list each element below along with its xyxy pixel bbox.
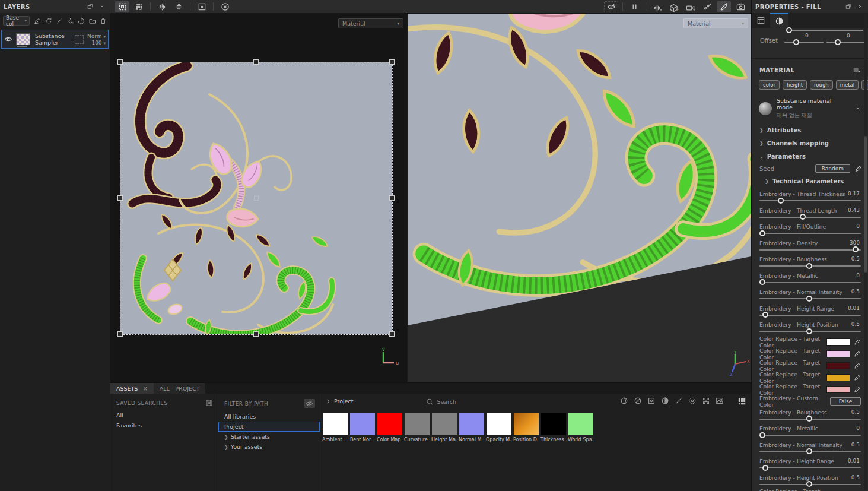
param-slider[interactable] (759, 331, 861, 332)
tab-all-project[interactable]: ALL - PROJECT (154, 383, 206, 394)
blend-mode-select[interactable]: Base col ▾ (3, 16, 30, 26)
material-dropdown-3d[interactable]: Material ▾ (683, 18, 748, 28)
filter-path-item[interactable]: Project (218, 422, 320, 432)
vector-pen-icon[interactable] (34, 17, 41, 26)
color-swatch[interactable] (826, 386, 850, 393)
param-slider[interactable] (759, 419, 861, 420)
breadcrumb[interactable]: Project (325, 398, 354, 404)
filter-path-item[interactable]: ❯Your assets (218, 442, 320, 452)
reset-view-button[interactable] (218, 1, 232, 12)
visibility-eye-icon[interactable] (4, 35, 12, 43)
toggle-button[interactable]: False (830, 397, 861, 406)
asset-tile[interactable]: Opacity M... (486, 413, 512, 442)
material-sphere-filter-icon[interactable] (620, 397, 628, 405)
shape-tool-icon[interactable] (78, 17, 85, 26)
offset-y-slider[interactable] (826, 42, 864, 43)
slider-knob[interactable] (759, 230, 765, 236)
tab-assets[interactable]: ASSETS × (110, 383, 154, 394)
eyedropper-icon[interactable] (854, 362, 861, 369)
param-slider[interactable] (759, 467, 861, 468)
asset-tile[interactable]: Height Ma... (431, 413, 457, 442)
layer-blend-mode[interactable]: Norm ▾ (87, 33, 106, 39)
param-slider[interactable] (759, 451, 861, 452)
asset-tile[interactable]: World Spa... (568, 413, 594, 442)
slider-knob[interactable] (806, 296, 812, 302)
scale-slider[interactable] (786, 30, 863, 31)
offset-x-slider[interactable] (784, 42, 824, 43)
slider-knob[interactable] (806, 263, 812, 269)
popout-icon[interactable] (844, 2, 853, 11)
slider-knob[interactable] (759, 432, 765, 438)
hide-filter-button[interactable] (304, 399, 315, 408)
selection-handle[interactable] (117, 331, 123, 337)
asset-tile[interactable]: Thickness ... (540, 413, 567, 442)
slider-knob[interactable] (762, 465, 768, 471)
viewport-3d[interactable]: Material ▾ Y X Z (408, 14, 751, 382)
layer-row[interactable]: Substance Sampler Norm ▾ 100 ▾ (1, 30, 109, 49)
slider-knob[interactable] (853, 246, 859, 252)
saved-search-item[interactable]: All (110, 410, 218, 420)
selection-handle[interactable] (117, 195, 123, 201)
channel-chip-metal[interactable]: metal (836, 80, 859, 90)
layer-opacity[interactable]: 100 ▾ (91, 40, 106, 46)
smart-material-filter-icon[interactable] (634, 397, 642, 405)
eyedropper-icon[interactable] (854, 386, 861, 393)
material-menu-icon[interactable] (853, 66, 861, 74)
close-icon[interactable] (98, 2, 106, 11)
eyedropper-icon[interactable] (854, 350, 861, 357)
saved-search-item[interactable]: Favorites (110, 420, 218, 430)
section-attributes[interactable]: ❯ Attributes (752, 123, 868, 137)
channel-chip-height[interactable]: height (783, 80, 807, 90)
tab-layer-properties[interactable] (752, 13, 770, 28)
camera-mode-dropdown[interactable]: ▾ (683, 1, 698, 12)
clone-stamp-icon[interactable] (45, 17, 52, 26)
asset-tile[interactable]: Ambient ... (322, 413, 348, 442)
color-swatch[interactable] (826, 350, 850, 357)
grid-view-button[interactable] (737, 397, 746, 406)
channel-chip-color[interactable]: color (759, 80, 780, 90)
paint-bucket-icon[interactable] (67, 17, 74, 26)
slider-knob[interactable] (762, 312, 768, 318)
slider-knob[interactable] (806, 481, 812, 487)
selection-handle[interactable] (253, 59, 259, 65)
color-swatch[interactable] (826, 362, 850, 369)
filter-path-item[interactable]: All libraries (218, 411, 320, 422)
param-slider[interactable] (759, 315, 861, 316)
texture-filter-icon[interactable] (647, 397, 656, 405)
filter-path-item[interactable]: ❯Starter assets (218, 432, 320, 442)
folder-icon[interactable] (89, 17, 96, 26)
popout-icon[interactable] (86, 2, 94, 11)
environment-filter-icon[interactable] (688, 397, 697, 405)
seed-random-button[interactable]: Random (815, 164, 850, 173)
slider-knob[interactable] (806, 328, 812, 334)
slider-knob[interactable] (778, 198, 784, 204)
save-search-icon[interactable] (205, 399, 213, 407)
stencil-filter-icon[interactable] (702, 397, 710, 405)
mirror-mode-dropdown[interactable]: ▾ (650, 1, 664, 12)
trash-icon[interactable] (100, 17, 107, 26)
properties-scrollbar[interactable] (864, 14, 867, 490)
particles-button[interactable] (700, 1, 714, 12)
tab-close-icon[interactable]: × (142, 385, 147, 392)
tiling-view-button[interactable] (115, 1, 129, 12)
color-swatch[interactable] (826, 374, 850, 381)
param-slider[interactable] (759, 282, 861, 283)
mirror-vertical-button[interactable] (171, 1, 186, 12)
param-slider[interactable] (759, 265, 861, 267)
slider-knob[interactable] (800, 214, 806, 220)
viewport-2d[interactable]: Material ▾ v u (110, 14, 407, 382)
scrollbar-thumb[interactable] (864, 136, 867, 273)
param-slider[interactable] (759, 233, 861, 234)
slider-knob[interactable] (806, 416, 812, 422)
selection-handle[interactable] (253, 331, 259, 337)
eyedropper-icon[interactable] (854, 338, 861, 346)
asset-tile[interactable]: Normal M... (459, 413, 485, 442)
section-technical-parameters[interactable]: ❯ Technical Parameters (752, 175, 868, 188)
pause-button[interactable] (627, 1, 641, 12)
screenshot-button[interactable] (733, 1, 748, 12)
asset-tile[interactable]: Color Map... (377, 413, 403, 442)
brush-filter-icon[interactable] (675, 397, 683, 405)
section-channels-mapping[interactable]: ❯ Channels mapping (752, 137, 868, 150)
tab-material-properties[interactable] (770, 13, 788, 28)
asset-tile[interactable]: Bent Nor... (349, 413, 376, 442)
